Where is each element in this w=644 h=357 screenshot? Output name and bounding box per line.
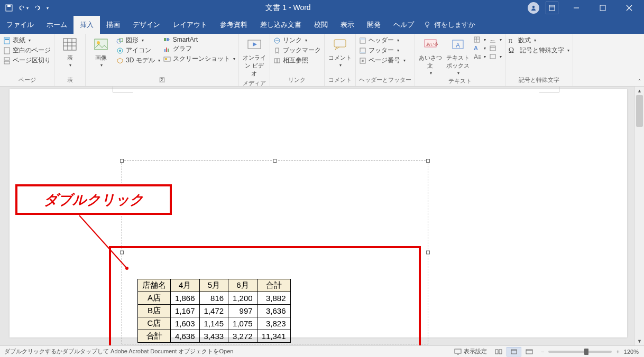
3d-models-button[interactable]: 3D モデル▾ — [116, 56, 160, 65]
svg-rect-10 — [4, 61, 10, 64]
table-cell: 4,636 — [171, 330, 200, 343]
redo-icon[interactable] — [34, 4, 41, 12]
collapse-ribbon-icon[interactable]: ˄ — [638, 79, 641, 84]
table-button[interactable]: 表▾ — [58, 36, 82, 68]
signature-line-button[interactable]: ▾ — [489, 36, 502, 43]
resize-handle[interactable] — [273, 159, 277, 163]
close-button[interactable] — [618, 0, 641, 16]
table-cell: 1,075 — [228, 317, 257, 330]
online-video-button[interactable]: オンライ ン ビデオ — [242, 36, 266, 78]
svg-rect-29 — [334, 40, 346, 47]
cover-page-button[interactable]: 表紙▾ — [3, 36, 51, 45]
display-settings-button[interactable]: 表示設定 — [454, 347, 487, 355]
cross-reference-button[interactable]: 相互参照 — [273, 56, 321, 65]
lightbulb-icon — [424, 21, 431, 29]
quick-parts-button[interactable]: ▾ — [473, 36, 486, 43]
save-icon[interactable] — [5, 4, 13, 12]
status-bar: ダブルクリックするかダブルタップして Adobe Acrobat Documen… — [0, 345, 644, 357]
comment-button[interactable]: コメント▾ — [328, 36, 352, 68]
annotation-callout-box: ダブルクリック — [15, 184, 172, 215]
tab-insert[interactable]: 挿入 — [73, 16, 100, 34]
svg-rect-1 — [7, 5, 11, 7]
video-icon — [246, 36, 263, 53]
page-break-button[interactable]: ページ区切り — [3, 56, 51, 65]
greeting-button[interactable]: あいさつ あいさつ 文▾ — [418, 36, 443, 76]
ruler-corner-left — [113, 87, 133, 92]
table-row-header: B店 — [138, 305, 171, 317]
tab-design[interactable]: デザイン — [126, 16, 167, 34]
resize-handle[interactable] — [120, 251, 124, 255]
tab-mailings[interactable]: 差し込み文書 — [254, 16, 308, 34]
group-symbols-label: 記号と特殊文字 — [509, 74, 570, 86]
tab-layout[interactable]: レイアウト — [167, 16, 214, 34]
dropcap-button[interactable]: A≡▾ — [473, 53, 486, 60]
tab-developer[interactable]: 開発 — [361, 16, 387, 34]
tab-help[interactable]: ヘルプ — [387, 16, 420, 34]
svg-point-2 — [532, 6, 535, 8]
picture-icon — [93, 36, 109, 53]
zoom-slider[interactable] — [548, 351, 612, 353]
blank-page-button[interactable]: 空白のページ — [3, 46, 51, 55]
scroll-thumb[interactable] — [636, 95, 643, 127]
equation-button[interactable]: π 数式▾ — [509, 36, 570, 45]
screenshot-button[interactable]: スクリーンショット▾ — [163, 54, 235, 63]
table-cell: 3,882 — [257, 292, 290, 305]
textbox-button[interactable]: A テキスト ボックス▾ — [446, 36, 470, 76]
zoom-in-button[interactable]: + — [616, 349, 619, 355]
zoom-slider-thumb[interactable] — [584, 349, 588, 355]
group-tables: 表▾ 表 — [54, 34, 86, 86]
wordart-button[interactable]: A▾ — [473, 44, 486, 52]
bookmark-button[interactable]: ブックマーク — [273, 46, 321, 55]
page-number-button[interactable]: #ページ番号▾ — [359, 56, 406, 65]
shapes-button[interactable]: 図形▾ — [116, 36, 160, 45]
read-mode-button[interactable] — [491, 347, 506, 356]
tell-me-search[interactable]: 何をしますか — [424, 16, 475, 34]
table-cell: 3,272 — [228, 330, 257, 343]
icons-button[interactable]: アイコン — [116, 46, 160, 55]
table-row: 合計4,6363,4333,27211,341 — [138, 330, 291, 343]
tab-draw[interactable]: 描画 — [100, 16, 126, 34]
zoom-out-button[interactable]: − — [541, 349, 544, 355]
footer-button[interactable]: フッター▾ — [359, 46, 406, 55]
account-avatar[interactable] — [528, 2, 539, 14]
minimize-button[interactable] — [565, 0, 588, 16]
svg-rect-28 — [277, 59, 280, 63]
table-cell: 1,866 — [171, 292, 200, 305]
scroll-down-icon[interactable]: ▼ — [635, 337, 644, 345]
table-cell: 1,472 — [199, 305, 228, 317]
date-time-button[interactable] — [489, 44, 502, 52]
header-button[interactable]: ヘッダー▾ — [359, 36, 406, 45]
web-layout-button[interactable] — [522, 347, 537, 356]
table-cell: 3,636 — [257, 305, 290, 317]
object-button[interactable]: ▾ — [489, 53, 502, 60]
document-area: ダブルクリック 店舗名4月5月6月合計 A店1,8668161,2003,882… — [0, 87, 644, 345]
vertical-scrollbar[interactable]: ▲ ▼ — [634, 87, 644, 345]
svg-rect-31 — [360, 38, 365, 40]
print-layout-button[interactable] — [507, 347, 521, 356]
svg-point-17 — [119, 50, 121, 52]
symbol-button[interactable]: Ω 記号と特殊文字▾ — [509, 46, 570, 55]
pictures-button[interactable]: 画像▾ — [89, 36, 113, 68]
zoom-level[interactable]: 120% — [624, 349, 639, 355]
resize-handle[interactable] — [426, 159, 430, 163]
resize-handle[interactable] — [120, 159, 124, 163]
tab-home[interactable]: ホーム — [40, 16, 73, 34]
undo-icon[interactable]: ▾ — [18, 4, 29, 12]
scroll-up-icon[interactable]: ▲ — [635, 87, 644, 95]
title-bar: ▾ ▾ 文書 1 - Word — [0, 0, 644, 16]
tab-references[interactable]: 参考資料 — [214, 16, 254, 34]
group-header-footer: ヘッダー▾ フッター▾ #ページ番号▾ ヘッダーとフッター — [356, 34, 415, 86]
maximize-button[interactable] — [591, 0, 614, 16]
chart-button[interactable]: グラフ — [163, 44, 235, 53]
tab-file[interactable]: ファイル — [0, 16, 40, 34]
svg-rect-47 — [455, 349, 461, 353]
smartart-button[interactable]: SmartArt — [163, 36, 235, 43]
group-header-footer-label: ヘッダーとフッター — [359, 74, 411, 86]
ribbon-display-options-icon[interactable] — [546, 2, 558, 14]
view-buttons — [491, 347, 537, 356]
svg-rect-6 — [4, 37, 10, 44]
tab-review[interactable]: 校閲 — [308, 16, 334, 34]
tab-view[interactable]: 表示 — [334, 16, 361, 34]
resize-handle[interactable] — [426, 251, 430, 255]
link-button[interactable]: リンク▾ — [273, 36, 321, 45]
